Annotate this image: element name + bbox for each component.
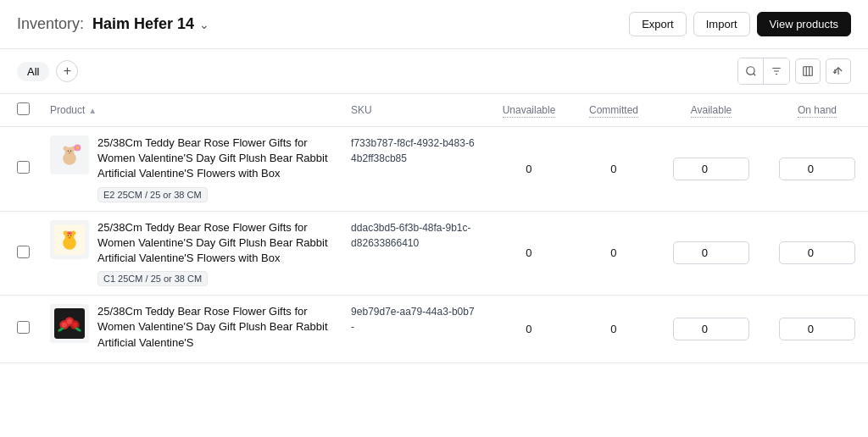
committed-cell: 0 <box>571 127 656 212</box>
svg-point-17 <box>68 152 70 154</box>
committed-value: 0 <box>610 246 616 259</box>
export-button[interactable]: Export <box>629 12 687 36</box>
product-name: 25/38Cm Teddy Bear Rose Flower Gifts for… <box>97 220 331 267</box>
variant-badge: E2 25CM / 25 or 38 CM <box>97 187 208 202</box>
svg-point-37 <box>72 323 77 328</box>
table-row: 25/38Cm Teddy Bear Rose Flower Gifts for… <box>0 296 868 363</box>
filter-button[interactable] <box>764 58 789 84</box>
select-all-checkbox[interactable] <box>17 102 30 115</box>
svg-point-27 <box>68 236 70 238</box>
committed-value: 0 <box>610 163 616 175</box>
col-available: Available <box>656 94 766 127</box>
table-row: 25/38Cm Teddy Bear Rose Flower Gifts for… <box>0 211 868 296</box>
sku-cell: ddac3bd5-6f3b-48fa-9b1c-d82633866410 <box>341 211 487 296</box>
variant-badge: C1 25CM / 25 or 38 CM <box>97 271 208 286</box>
col-committed: Committed <box>571 94 656 127</box>
inventory-table-container: Product ▲ SKU Unavailable Committed Avai… <box>0 94 868 363</box>
col-on-hand: On hand <box>766 94 868 127</box>
svg-point-23 <box>64 230 68 235</box>
search-icon <box>745 65 757 77</box>
table-row: 25/38Cm Teddy Bear Rose Flower Gifts for… <box>0 127 868 212</box>
product-thumbnail <box>50 136 89 174</box>
import-button[interactable]: Import <box>693 12 750 36</box>
toolbar-right <box>737 58 851 85</box>
svg-point-36 <box>67 319 72 324</box>
svg-line-1 <box>753 74 755 76</box>
sku-value: f733b787-f8cf-4932-b483-64b2ff38cb85 <box>351 137 474 164</box>
view-products-button[interactable]: View products <box>757 12 851 36</box>
svg-point-15 <box>68 151 70 152</box>
columns-icon <box>802 65 814 77</box>
filter-icon <box>771 65 782 77</box>
product-info: 25/38Cm Teddy Bear Rose Flower Gifts for… <box>97 304 331 354</box>
available-cell[interactable] <box>656 296 766 363</box>
svg-point-24 <box>71 230 75 235</box>
product-cell: 25/38Cm Teddy Bear Rose Flower Gifts for… <box>40 211 341 296</box>
row-checkbox[interactable] <box>17 161 30 174</box>
product-name: 25/38Cm Teddy Bear Rose Flower Gifts for… <box>97 304 331 351</box>
svg-point-25 <box>68 235 70 236</box>
svg-point-0 <box>746 67 754 75</box>
row-checkbox[interactable] <box>17 321 30 334</box>
table-header-row: Product ▲ SKU Unavailable Committed Avai… <box>0 94 868 127</box>
svg-rect-5 <box>804 67 813 76</box>
page-title: Inventory: Haim Hefer 14 <box>17 15 194 33</box>
product-cell: 25/38Cm Teddy Bear Rose Flower Gifts for… <box>40 296 341 363</box>
on-hand-input[interactable] <box>779 241 855 264</box>
on-hand-input[interactable] <box>779 158 855 180</box>
product-thumbnail <box>50 220 89 259</box>
available-input[interactable] <box>673 158 749 180</box>
unavailable-value: 0 <box>526 163 531 175</box>
svg-point-16 <box>70 151 72 152</box>
header-actions: Export Import View products <box>629 12 851 36</box>
unavailable-cell: 0 <box>487 211 571 296</box>
sort-icon <box>832 65 844 77</box>
on-hand-cell[interactable] <box>766 296 868 363</box>
product-sort-icon: ▲ <box>88 106 97 115</box>
sku-cell: f733b787-f8cf-4932-b483-64b2ff38cb85 <box>341 127 487 212</box>
col-product[interactable]: Product ▲ <box>40 94 341 127</box>
toolbar: All + <box>0 49 868 94</box>
committed-cell: 0 <box>571 296 656 363</box>
row-checkbox-cell[interactable] <box>0 127 40 212</box>
row-checkbox-cell[interactable] <box>0 211 40 296</box>
on-hand-cell[interactable] <box>766 211 868 296</box>
row-checkbox-cell[interactable] <box>0 296 40 363</box>
select-all-header[interactable] <box>0 94 40 127</box>
store-name: Haim Hefer 14 <box>92 15 194 32</box>
columns-button[interactable] <box>795 58 821 84</box>
available-input[interactable] <box>673 318 749 340</box>
tab-all[interactable]: All <box>17 62 49 81</box>
search-button[interactable] <box>738 58 764 84</box>
row-checkbox[interactable] <box>17 246 30 258</box>
product-info: 25/38Cm Teddy Bear Rose Flower Gifts for… <box>97 136 331 202</box>
committed-cell: 0 <box>571 211 656 296</box>
unavailable-value: 0 <box>526 246 531 259</box>
committed-value: 0 <box>610 323 616 335</box>
svg-point-35 <box>62 323 67 328</box>
svg-point-19 <box>76 147 79 149</box>
toolbar-left: All + <box>17 60 78 82</box>
on-hand-cell[interactable] <box>766 127 868 212</box>
search-filter-group <box>737 58 790 85</box>
product-thumbnail <box>50 304 89 343</box>
product-name: 25/38Cm Teddy Bear Rose Flower Gifts for… <box>97 136 331 182</box>
unavailable-cell: 0 <box>487 296 571 363</box>
available-cell[interactable] <box>656 127 766 212</box>
page-header: Inventory: Haim Hefer 14 ⌄ Export Import… <box>0 0 868 49</box>
svg-point-30 <box>69 232 70 234</box>
sku-cell: 9eb79d7e-aa79-44a3-b0b7- <box>341 296 487 363</box>
add-filter-button[interactable]: + <box>56 60 78 82</box>
svg-point-13 <box>64 146 68 150</box>
sku-value: 9eb79d7e-aa79-44a3-b0b7- <box>351 306 474 333</box>
on-hand-input[interactable] <box>779 318 855 340</box>
col-sku: SKU <box>341 94 487 127</box>
product-info: 25/38Cm Teddy Bear Rose Flower Gifts for… <box>97 220 331 287</box>
store-dropdown-icon[interactable]: ⌄ <box>199 18 209 31</box>
available-cell[interactable] <box>656 211 766 296</box>
available-input[interactable] <box>673 241 749 264</box>
title-prefix: Inventory: <box>17 15 84 32</box>
product-cell: 25/38Cm Teddy Bear Rose Flower Gifts for… <box>40 127 341 212</box>
header-left: Inventory: Haim Hefer 14 ⌄ <box>17 15 209 33</box>
sort-button[interactable] <box>826 58 851 84</box>
